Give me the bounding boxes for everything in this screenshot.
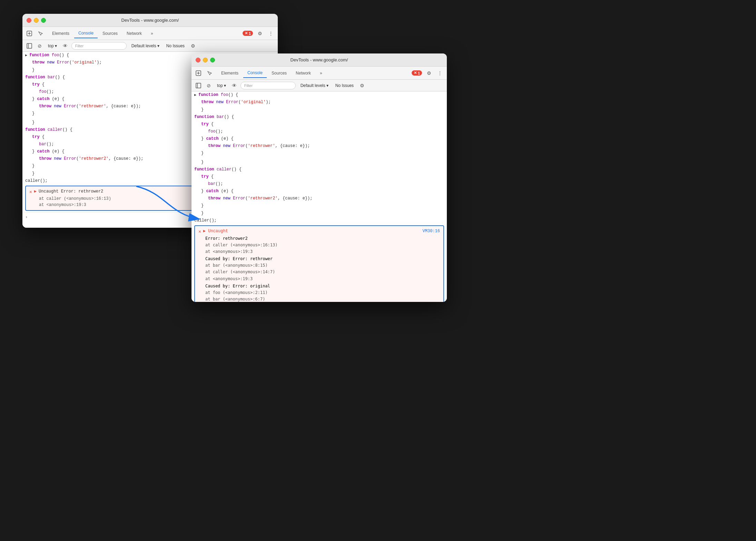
inspect-icon-1[interactable] — [25, 29, 33, 38]
w2-code-block-12: } catch (e) { — [192, 187, 447, 195]
devtools-window-2: DevTools - www.google.com/ Elements Cons… — [192, 53, 447, 302]
w2-code-block-13: throw new Error('rethrower2', {cause: e}… — [192, 195, 447, 202]
toolbar-2: ⊘ top ▾ 👁 Default levels ▾ No Issues ⚙ — [192, 80, 447, 91]
expand-arrow-err1[interactable]: ▶ — [34, 188, 37, 195]
error-caused1: Caused by: Error: rethrower — [205, 256, 440, 262]
traffic-lights-1 — [27, 18, 46, 23]
settings-toolbar-icon-1[interactable]: ⚙ — [189, 42, 197, 50]
close-button-1[interactable] — [27, 18, 31, 23]
svg-rect-3 — [27, 43, 32, 48]
inspect-icon-2[interactable] — [194, 69, 203, 77]
no-issues-2: No Issues — [333, 82, 356, 89]
error-rethrower2: Error: rethrower2 — [205, 235, 440, 242]
w2-code-block-9: } — [192, 158, 447, 166]
w2-code-block-5: } catch (e) { — [192, 135, 447, 142]
w2-expand-arrow-1[interactable]: ▶ — [194, 92, 196, 98]
maximize-button-2[interactable] — [210, 58, 215, 62]
maximize-button-1[interactable] — [41, 18, 46, 23]
tab-sources-2[interactable]: Sources — [267, 69, 291, 78]
w2-code-block-4: foo(); — [192, 128, 447, 135]
sidebar-icon-1[interactable] — [25, 42, 33, 50]
tab-more-1[interactable]: » — [147, 29, 157, 38]
cursor-icon-2[interactable] — [205, 69, 214, 77]
no-issues-1: No Issues — [164, 42, 187, 49]
tab-bar-1: Elements Console Sources Network » ✕1 ⚙ … — [22, 27, 278, 40]
w2-code-block-7: } — [192, 149, 447, 157]
eye-icon-1[interactable]: 👁 — [61, 42, 69, 50]
tab-bar-left-1 — [25, 29, 45, 38]
error-at-anon19b: at <anonymous>:19:3 — [205, 276, 440, 282]
toolbar-1: ⊘ top ▾ 👁 Default levels ▾ No Issues ⚙ — [22, 40, 278, 52]
clear-icon-2[interactable]: ⊘ — [205, 81, 213, 90]
kebab-icon-2[interactable]: ⋮ — [436, 69, 444, 77]
error-at-foo2: at foo (<anonymous>:2:11) — [205, 289, 440, 296]
tab-console-1[interactable]: Console — [74, 29, 98, 38]
error-icon-2: ✕ — [198, 228, 201, 235]
w2-code-block-14: } — [192, 202, 447, 209]
minimize-button-2[interactable] — [203, 58, 208, 62]
levels-btn-2[interactable]: Default levels ▾ — [298, 82, 331, 89]
tab-network-2[interactable]: Network — [292, 69, 315, 78]
error-uncaught-2[interactable]: ▶ Uncaught — [203, 228, 228, 234]
error-line-2: ✕ ▶ Uncaught — [198, 228, 228, 235]
title-bar-1: DevTools - www.google.com/ — [22, 14, 278, 27]
w2-code-block-2: } — [192, 106, 447, 114]
error-at-anon19-2: at <anonymous>:19:3 — [205, 248, 440, 255]
title-bar-2: DevTools - www.google.com/ — [192, 53, 447, 67]
traffic-lights-2 — [196, 58, 215, 62]
w2-code-block-3: try { — [192, 120, 447, 128]
error-at-bar6: at bar (<anonymous>:6:7) — [205, 296, 440, 302]
settings-icon-2[interactable]: ⚙ — [425, 69, 433, 77]
sidebar-icon-2[interactable] — [194, 81, 203, 90]
tab-sources-1[interactable]: Sources — [98, 29, 122, 38]
w2-code-line-3: function caller() { — [192, 166, 447, 173]
tab-elements-2[interactable]: Elements — [217, 69, 243, 78]
expand-arrow-1[interactable]: ▶ — [25, 52, 27, 58]
error-icon-1: ✕ — [29, 189, 32, 196]
console-content-2: ▶ function foo() { throw new Error('orig… — [192, 91, 447, 302]
window-title-1: DevTools - www.google.com/ — [121, 18, 179, 23]
w2-code-line-4: caller(); — [192, 217, 447, 224]
error-box-2: ✕ ▶ Uncaught VM30:16 Error: rethrower2 a… — [194, 225, 444, 302]
error-details-2: Error: rethrower2 at caller (<anonymous>… — [198, 235, 440, 302]
error-title-1: Uncaught Error: rethrower2 — [39, 188, 103, 195]
frame-selector-2[interactable]: top ▾ — [215, 82, 228, 89]
w2-code-block-6: throw new Error('rethrower', {cause: e})… — [192, 142, 447, 149]
frame-selector-1[interactable]: top ▾ — [46, 42, 59, 49]
settings-icon-1[interactable]: ⚙ — [256, 29, 264, 38]
error-at-caller14: at caller (<anonymous>:14:7) — [205, 269, 440, 275]
filter-input-1[interactable] — [71, 42, 127, 50]
prompt-symbol-1: › — [25, 214, 28, 220]
tab-network-1[interactable]: Network — [122, 29, 146, 38]
close-button-2[interactable] — [196, 58, 200, 62]
tab-bar-2: Elements Console Sources Network » ✕1 ⚙ … — [192, 67, 447, 80]
minimize-button-1[interactable] — [34, 18, 39, 23]
error-header-2: ✕ ▶ Uncaught VM30:16 — [198, 228, 440, 235]
w2-code-line-2: function bar() { — [192, 114, 447, 120]
error-badge-1: ✕1 — [243, 31, 253, 36]
tab-more-2[interactable]: » — [316, 69, 326, 78]
tab-bar-right-1: ✕1 ⚙ ⋮ — [243, 29, 275, 38]
error-caused2: Caused by: Error: original — [205, 283, 440, 289]
error-badge-2: ✕1 — [412, 70, 422, 76]
w2-code-line-1: ▶ function foo() { — [192, 91, 447, 98]
w2-code-block-11: bar(); — [192, 180, 447, 187]
error-at-caller-2: at caller (<anonymous>:16:13) — [205, 242, 440, 248]
tab-bar-left-2 — [194, 69, 214, 77]
vm-link-2[interactable]: VM30:16 — [423, 228, 440, 234]
clear-icon-1[interactable]: ⊘ — [36, 42, 44, 50]
filter-input-2[interactable] — [240, 82, 296, 89]
w2-code-block-10: try { — [192, 173, 447, 180]
tab-console-2[interactable]: Console — [243, 68, 267, 78]
levels-btn-1[interactable]: Default levels ▾ — [129, 42, 162, 49]
settings-toolbar-icon-2[interactable]: ⚙ — [358, 81, 366, 90]
window-title-2: DevTools - www.google.com/ — [291, 57, 348, 62]
svg-rect-8 — [196, 83, 201, 88]
cursor-icon-1[interactable] — [36, 29, 45, 38]
tab-elements-1[interactable]: Elements — [48, 29, 73, 38]
eye-icon-2[interactable]: 👁 — [230, 81, 238, 90]
kebab-icon-1[interactable]: ⋮ — [267, 29, 275, 38]
w2-code-block-15: } — [192, 209, 447, 217]
w2-code-block-1: throw new Error('original'); — [192, 98, 447, 106]
tab-bar-right-2: ✕1 ⚙ ⋮ — [412, 69, 444, 77]
